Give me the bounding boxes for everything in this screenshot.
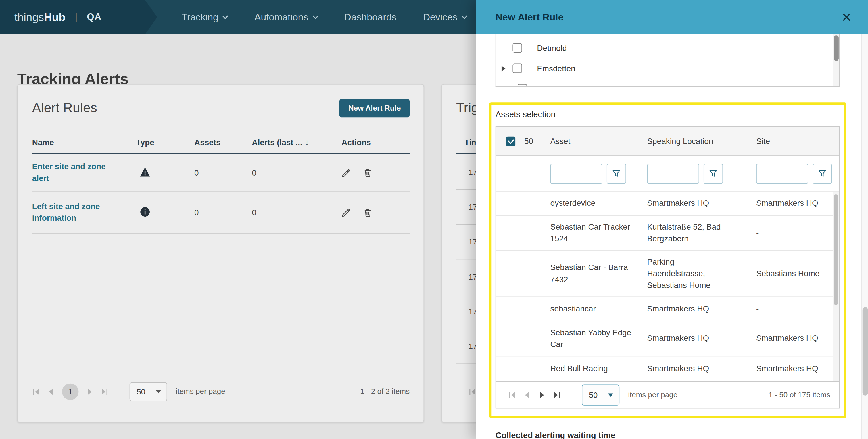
site-cell: Smartmakers HQ <box>756 363 839 375</box>
location-filter-button[interactable] <box>704 163 723 183</box>
asset-cell: oysterdevice <box>550 198 634 209</box>
panel-scrollbar[interactable] <box>861 34 868 439</box>
location-cell: Kurtalstraße 52, Bad Bergzabern <box>647 221 731 245</box>
modal-backdrop[interactable] <box>0 34 476 439</box>
filter-funnel-icon <box>818 169 827 178</box>
new-alert-rule-panel: New Alert Rule × Detmold Emsdetten <box>476 0 868 439</box>
site-cell: Smartmakers HQ <box>756 333 839 344</box>
asset-cell: Sebastian Car - Barra 7432 <box>550 262 634 285</box>
asset-row[interactable]: Sebastian Car - Barra 7432 Parking Haend… <box>496 251 839 297</box>
next-page-button[interactable] <box>538 391 546 399</box>
app-root: thingsHub | QA Tracking Automations Dash… <box>0 0 868 439</box>
nav-item-tracking[interactable]: Tracking <box>168 0 241 34</box>
panel-title: New Alert Rule <box>496 11 564 23</box>
checkbox-unchecked[interactable] <box>513 63 522 73</box>
env-badge: QA <box>87 11 101 23</box>
expand-arrow-icon[interactable] <box>501 65 505 71</box>
chevron-down-icon <box>222 13 229 19</box>
location-cell: Smartmakers HQ <box>647 303 731 315</box>
first-page-icon <box>508 391 516 399</box>
tree-item-label: Emsdetten <box>537 64 576 73</box>
asset-cell: Red Bull Racing <box>550 363 634 375</box>
site-cell: - <box>756 303 839 315</box>
asset-cell: sebastiancar <box>550 303 634 315</box>
last-page-button[interactable] <box>553 391 561 399</box>
asset-filter-button[interactable] <box>607 163 626 183</box>
tree-item-label: Detmold <box>537 43 567 52</box>
brand-block[interactable]: thingsHub | QA <box>0 0 157 34</box>
asset-row[interactable]: Sebastian Car Tracker 1524 Kurtalstraße … <box>496 216 839 251</box>
location-cell: Smartmakers HQ <box>647 198 731 209</box>
column-site[interactable]: Site <box>756 137 839 146</box>
asset-cell: Sebastian Yabby Edge Car <box>550 327 634 350</box>
filter-funnel-icon <box>612 169 621 178</box>
grid-scrollbar[interactable] <box>833 192 839 382</box>
brand-divider: | <box>75 11 78 23</box>
site-tree: Detmold Emsdetten <box>496 34 840 87</box>
nav-item-automations[interactable]: Automations <box>241 0 331 34</box>
last-page-icon <box>553 391 561 399</box>
prev-page-button[interactable] <box>523 391 531 399</box>
grid-filter-row <box>496 156 839 191</box>
location-cell: Smartmakers HQ <box>647 363 731 375</box>
selected-count: 50 <box>524 137 533 146</box>
location-cell: Parking Haendelstrasse, Sebastians Home <box>647 256 731 291</box>
asset-cell: Sebastian Car Tracker 1524 <box>550 221 634 245</box>
brand-things: things <box>14 11 44 24</box>
asset-row[interactable]: sebastiancar Smartmakers HQ - <box>496 297 839 321</box>
assets-pagination: 50 items per page 1 - 50 of 175 items <box>496 381 839 408</box>
nav-item-label: Automations <box>254 11 308 23</box>
scrollbar-thumb[interactable] <box>863 307 868 396</box>
nav-item-label: Dashboards <box>344 11 396 23</box>
grid-header-row: 50 Asset Speaking Location Site <box>496 127 839 156</box>
tree-item-detmold[interactable]: Detmold <box>496 38 839 58</box>
chevron-down-icon <box>312 13 318 19</box>
site-filter-button[interactable] <box>812 163 832 183</box>
assets-selection-highlight: Assets selection 50 Asset Speaking Locat… <box>490 102 846 418</box>
column-asset[interactable]: Asset <box>550 137 647 146</box>
first-page-button[interactable] <box>508 391 516 399</box>
scrollbar-thumb[interactable] <box>834 194 838 305</box>
checkbox-unchecked[interactable] <box>518 84 527 87</box>
asset-row[interactable]: oysterdevice Smartmakers HQ Smartmakers … <box>496 191 839 216</box>
site-cell: - <box>756 227 839 239</box>
filter-funnel-icon <box>709 169 717 178</box>
panel-body: Detmold Emsdetten Assets selection <box>476 34 868 439</box>
site-filter-input[interactable] <box>756 163 808 183</box>
asset-row[interactable]: Red Bull Racing Smartmakers HQ Smartmake… <box>496 356 839 382</box>
tree-item-partial[interactable] <box>496 79 839 87</box>
location-filter-input[interactable] <box>647 163 699 183</box>
select-all-checkbox[interactable] <box>506 136 515 146</box>
page-size-select[interactable]: 50 <box>582 384 619 405</box>
grid-rows: oysterdevice Smartmakers HQ Smartmakers … <box>496 191 839 382</box>
nav-item-label: Tracking <box>182 11 218 23</box>
next-page-icon <box>538 391 546 399</box>
site-cell: Smartmakers HQ <box>756 198 839 209</box>
page-size-value: 50 <box>589 390 597 399</box>
assets-selection-label: Assets selection <box>496 109 556 119</box>
chevron-down-icon <box>462 13 468 19</box>
close-icon[interactable]: × <box>838 8 855 26</box>
panel-header: New Alert Rule × <box>476 0 868 34</box>
assets-grid: 50 Asset Speaking Location Site <box>496 126 840 408</box>
location-cell: Smartmakers HQ <box>647 333 731 344</box>
nav-item-dashboards[interactable]: Dashboards <box>331 0 409 34</box>
checkbox-unchecked[interactable] <box>513 43 522 53</box>
nav-item-label: Devices <box>423 11 458 23</box>
scrollbar-thumb[interactable] <box>834 35 839 61</box>
items-per-page-label: items per page <box>628 391 677 399</box>
asset-filter-input[interactable] <box>550 163 602 183</box>
brand-hub: Hub <box>44 11 65 24</box>
nav-item-devices[interactable]: Devices <box>409 0 480 34</box>
pagination-range-label: 1 - 50 of 175 items <box>769 391 830 399</box>
site-cell: Sebastians Home <box>756 268 839 279</box>
nav-items: Tracking Automations Dashboards Devices <box>168 0 480 34</box>
tree-scrollbar[interactable] <box>833 34 839 86</box>
tree-item-emsdetten[interactable]: Emsdetten <box>496 58 839 79</box>
prev-page-icon <box>523 391 531 399</box>
column-speaking-location[interactable]: Speaking Location <box>647 137 756 146</box>
asset-row[interactable]: Sebastian Yabby Edge Car Smartmakers HQ … <box>496 321 839 356</box>
chevron-down-icon <box>608 393 613 397</box>
waiting-time-label: Collected alerting waiting time <box>496 430 615 439</box>
